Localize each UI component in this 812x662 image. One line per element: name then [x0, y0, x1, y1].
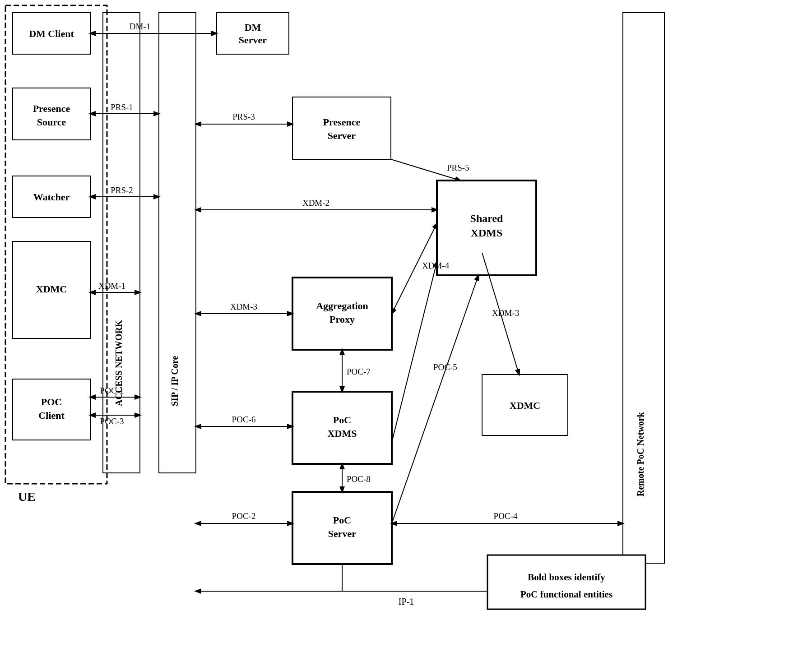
svg-rect-23 [13, 176, 90, 218]
svg-text:Presence: Presence [33, 103, 70, 114]
svg-text:SIP / IP Core: SIP / IP Core [170, 356, 180, 406]
svg-rect-6 [13, 13, 90, 54]
svg-text:POC-2: POC-2 [232, 511, 256, 521]
svg-text:XDM-4: XDM-4 [422, 261, 450, 270]
svg-rect-32 [13, 241, 90, 338]
svg-rect-2 [103, 13, 140, 473]
svg-rect-80 [487, 555, 645, 609]
svg-text:POC-6: POC-6 [232, 415, 256, 424]
svg-text:Shared: Shared [470, 213, 504, 224]
svg-line-72 [392, 262, 437, 442]
svg-rect-0 [5, 5, 107, 484]
svg-text:Remote PoC Network: Remote PoC Network [636, 412, 645, 496]
svg-text:PRS-3: PRS-3 [232, 112, 255, 121]
svg-rect-34 [292, 278, 392, 350]
connector-lines: UE ACCESS NETWORK SIP / IP Core DM Clien… [0, 0, 812, 662]
svg-text:Presence: Presence [323, 116, 361, 128]
svg-text:PoC functional entities: PoC functional entities [520, 589, 612, 600]
svg-rect-54 [482, 375, 568, 435]
svg-text:XDMS: XDMS [328, 428, 357, 439]
svg-text:Source: Source [37, 116, 66, 128]
svg-text:PRS-2: PRS-2 [111, 185, 133, 195]
svg-text:PoC: PoC [333, 414, 351, 426]
svg-text:XDMS: XDMS [471, 227, 503, 239]
svg-rect-48 [292, 392, 392, 464]
svg-text:UE: UE [18, 490, 36, 504]
svg-text:ACCESS NETWORK: ACCESS NETWORK [114, 320, 124, 406]
svg-text:IP-1: IP-1 [399, 597, 414, 606]
svg-text:DM-1: DM-1 [130, 22, 150, 31]
svg-text:Watcher: Watcher [33, 191, 70, 203]
svg-text:Server: Server [239, 34, 267, 46]
svg-rect-27 [437, 181, 536, 275]
svg-text:POC: POC [41, 396, 62, 407]
svg-text:POC-7: POC-7 [347, 367, 371, 376]
svg-line-30 [391, 159, 460, 181]
svg-rect-13 [13, 88, 90, 140]
svg-text:PRS-1: PRS-1 [111, 102, 133, 112]
svg-text:DM Client: DM Client [29, 28, 74, 39]
svg-text:POC-3: POC-3 [100, 417, 124, 426]
svg-text:Client: Client [38, 410, 65, 421]
svg-text:Proxy: Proxy [329, 314, 355, 325]
svg-text:XDM-3: XDM-3 [230, 302, 257, 311]
svg-rect-8 [217, 13, 289, 54]
svg-text:POC-5: POC-5 [433, 362, 457, 372]
svg-rect-16 [292, 97, 391, 159]
svg-text:DM: DM [245, 22, 261, 33]
svg-text:XDM-2: XDM-2 [302, 198, 329, 208]
svg-line-76 [392, 275, 478, 523]
svg-rect-56 [623, 13, 664, 563]
svg-line-41 [392, 223, 437, 314]
svg-text:PRS-5: PRS-5 [447, 163, 469, 172]
svg-rect-4 [159, 13, 196, 473]
svg-text:POC-1: POC-1 [100, 386, 124, 395]
svg-text:XDMC: XDMC [510, 400, 540, 411]
svg-text:XDMC: XDMC [36, 283, 67, 295]
svg-rect-45 [13, 379, 90, 440]
svg-text:POC-4: POC-4 [494, 511, 518, 521]
architecture-diagram: UE ACCESS NETWORK SIP / IP Core DM Clien… [0, 0, 812, 662]
svg-text:Server: Server [328, 528, 357, 539]
svg-line-74 [482, 253, 519, 375]
svg-text:XDM-3: XDM-3 [492, 308, 519, 318]
svg-text:XDM-1: XDM-1 [98, 281, 125, 291]
svg-rect-51 [292, 492, 392, 564]
svg-text:PoC: PoC [333, 514, 351, 526]
svg-text:Aggregation: Aggregation [316, 300, 368, 311]
svg-text:Bold boxes identify: Bold boxes identify [528, 572, 605, 583]
svg-text:POC-8: POC-8 [347, 474, 371, 484]
svg-text:Server: Server [328, 130, 356, 141]
